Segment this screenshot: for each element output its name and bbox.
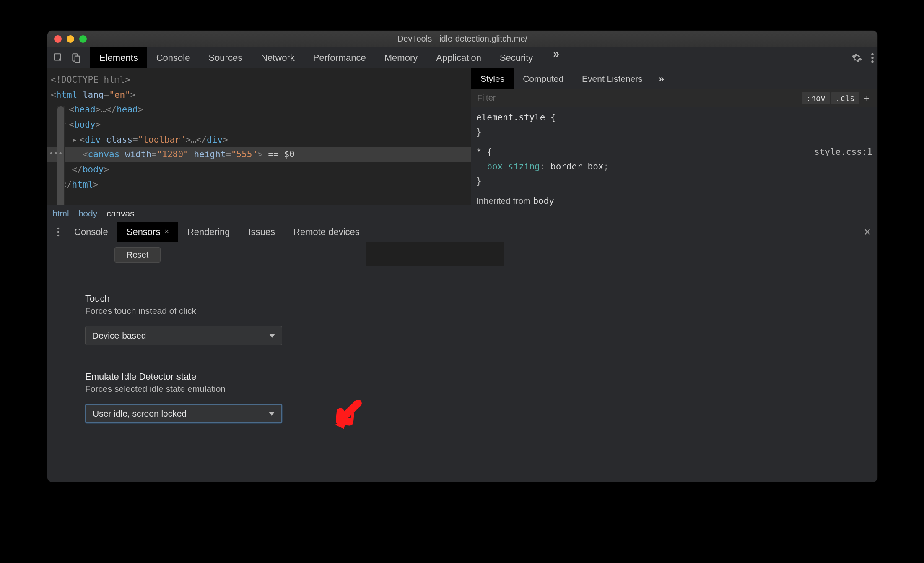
add-rule-button[interactable]: + [861, 92, 873, 104]
rule-element-style[interactable]: element.style { } [476, 110, 872, 142]
drawer-tab-console[interactable]: Console [65, 222, 117, 242]
tag-div: div [85, 135, 101, 145]
tab-computed[interactable]: Computed [514, 68, 573, 89]
idle-title: Emulate Idle Detector state [85, 371, 867, 382]
tag-html-close: html [72, 180, 93, 190]
minimize-window-button[interactable] [67, 35, 74, 43]
idle-select-value: User idle, screen locked [93, 409, 187, 419]
tab-sources[interactable]: Sources [199, 47, 252, 68]
dom-line-head[interactable]: ▸<head>…</head> [51, 102, 467, 117]
chip-cls[interactable]: .cls [831, 92, 859, 104]
crumb-body[interactable]: body [78, 209, 98, 219]
tab-security[interactable]: Security [491, 47, 542, 68]
dom-line-body-open[interactable]: ▾<body> [51, 117, 467, 133]
svg-point-7 [57, 231, 60, 233]
drawer-tab-sensors-label: Sensors [127, 227, 161, 237]
chip-hov[interactable]: :hov [802, 92, 830, 104]
touch-subtitle: Forces touch instead of click [85, 306, 867, 316]
styles-filter-row: :hov .cls + [471, 89, 877, 107]
svg-point-6 [57, 227, 60, 229]
kebab-menu-icon[interactable] [871, 52, 874, 63]
device-toolbar-icon[interactable] [68, 50, 83, 65]
tabs-overflow-icon[interactable]: » [548, 47, 564, 68]
crumb-canvas[interactable]: canvas [106, 209, 135, 219]
maximize-window-button[interactable] [79, 35, 87, 43]
drawer-tab-remote-devices[interactable]: Remote devices [284, 222, 369, 242]
tag-canvas: canvas [88, 149, 120, 159]
rule-universal[interactable]: style.css:1 * { box-sizing: border-box; … [476, 145, 872, 191]
tab-memory[interactable]: Memory [375, 47, 427, 68]
tag-html: html [56, 90, 78, 100]
tag-body-close: body [83, 164, 104, 175]
touch-select[interactable]: Device-based [85, 326, 282, 345]
annotation-arrow-icon [332, 400, 362, 433]
drawer-tab-rendering[interactable]: Rendering [178, 222, 239, 242]
svg-point-5 [871, 60, 873, 62]
chevron-down-icon [269, 334, 275, 338]
tab-elements[interactable]: Elements [90, 47, 147, 68]
scrollbar-thumb[interactable] [57, 106, 64, 222]
svg-point-8 [57, 234, 60, 236]
settings-gear-icon[interactable] [851, 52, 862, 63]
drawer: Console Sensors × Rendering Issues Remot… [47, 222, 877, 482]
scrollbar[interactable] [57, 106, 65, 222]
close-window-button[interactable] [54, 35, 62, 43]
drawer-kebab-icon[interactable] [52, 227, 65, 237]
dom-line-body-close[interactable]: </body> [51, 162, 467, 177]
styles-filter-input[interactable] [471, 93, 802, 103]
elements-panel: <!DOCTYPE html> <html lang="en"> ▸<head>… [47, 68, 471, 222]
close-sensors-tab-icon[interactable]: × [164, 227, 169, 236]
panel-tabs: Elements Console Sources Network Perform… [90, 47, 564, 68]
rule1-selector: element.style [476, 112, 545, 123]
idle-state-select[interactable]: User idle, screen locked [85, 404, 282, 423]
tab-console[interactable]: Console [147, 47, 200, 68]
styles-chips: :hov .cls + [802, 92, 877, 104]
styles-panel: Styles Computed Event Listeners » :hov .… [471, 68, 877, 222]
titlebar: DevTools - idle-detection.glitch.me/ [47, 31, 877, 47]
selected-node-indicator: == $0 [263, 149, 295, 159]
dom-line-canvas-selected[interactable]: <canvas width="1280" height="555"> == $0 [47, 147, 471, 162]
rule2-open: { [482, 147, 492, 157]
tab-application[interactable]: Application [427, 47, 491, 68]
attr-lang: lang [83, 90, 104, 100]
tab-network[interactable]: Network [252, 47, 304, 68]
reset-button[interactable]: Reset [114, 247, 161, 263]
dom-line-html-open[interactable]: <html lang="en"> [51, 88, 467, 103]
window-title: DevTools - idle-detection.glitch.me/ [47, 34, 877, 44]
rule2-selector: * [476, 147, 482, 157]
styles-tabs: Styles Computed Event Listeners » [471, 68, 877, 89]
attr-class: class [106, 135, 132, 145]
styles-tabs-overflow-icon[interactable]: » [652, 73, 671, 85]
dom-overflow-dots-icon[interactable]: ••• [49, 149, 63, 158]
tab-styles[interactable]: Styles [471, 68, 514, 89]
inspect-element-icon[interactable] [51, 50, 66, 65]
rule2-prop: box-sizing [487, 162, 540, 172]
dom-line-html-close[interactable]: </html> [51, 177, 467, 193]
svg-point-3 [871, 53, 873, 55]
idle-subtitle: Forces selected idle state emulation [85, 384, 867, 394]
dom-line-doctype[interactable]: <!DOCTYPE html> [51, 73, 467, 88]
style-rules: element.style { } style.css:1 * { box-si… [471, 107, 877, 222]
rule1-close: } [476, 127, 482, 137]
svg-point-4 [871, 57, 873, 59]
dom-tree[interactable]: <!DOCTYPE html> <html lang="en"> ▸<head>… [47, 68, 471, 197]
tag-head-close: head [117, 104, 138, 115]
attr-height: height [194, 149, 226, 159]
dom-line-div-toolbar[interactable]: ▸<div class="toolbar">…</div> [51, 133, 467, 148]
rule2-val: border-box [550, 162, 603, 172]
tab-performance[interactable]: Performance [304, 47, 375, 68]
devtools-toolbar: Elements Console Sources Network Perform… [47, 47, 877, 68]
drawer-tab-sensors[interactable]: Sensors × [117, 222, 178, 242]
drawer-body: Reset Touch Forces touch instead of clic… [47, 242, 877, 482]
tag-div-close: div [207, 135, 223, 145]
rule1-open: { [545, 112, 555, 123]
drawer-close-icon[interactable]: × [864, 225, 871, 239]
crumb-html[interactable]: html [52, 209, 69, 219]
main-split: <!DOCTYPE html> <html lang="en"> ▸<head>… [47, 68, 877, 222]
doctype-text: <!DOCTYPE html> [51, 75, 130, 85]
div-ellipsis: … [191, 135, 196, 145]
inherited-from-row: Inherited from body [476, 194, 872, 209]
rule2-source-link[interactable]: style.css:1 [814, 145, 872, 159]
tab-event-listeners[interactable]: Event Listeners [573, 68, 652, 89]
drawer-tab-issues[interactable]: Issues [239, 222, 284, 242]
